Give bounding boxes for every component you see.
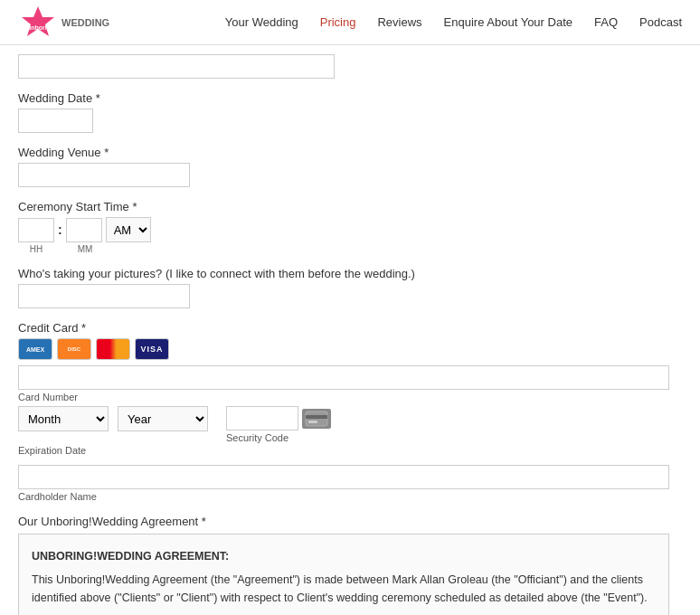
time-colon: :	[58, 222, 62, 237]
hh-label: HH	[18, 244, 54, 254]
expiration-date-label: Expiration Date	[18, 445, 682, 456]
wedding-date-input[interactable]	[18, 109, 93, 133]
wedding-venue-label: Wedding Venue *	[18, 146, 682, 159]
credit-card-label: Credit Card *	[18, 321, 682, 335]
logo[interactable]: unboring! WEDDING	[18, 3, 109, 43]
nav-enquire[interactable]: Enquire About Your Date	[444, 15, 572, 29]
wedding-venue-input[interactable]	[18, 163, 190, 187]
nav-your-wedding[interactable]: Your Wedding	[225, 15, 298, 29]
svg-rect-3	[306, 415, 327, 419]
agreement-text-1: This Unboring!Wedding Agreement (the "Ag…	[32, 571, 656, 607]
agreement-title: Our Unboring!Wedding Agreement *	[18, 515, 682, 528]
svg-marker-0	[22, 6, 54, 36]
card-number-label: Card Number	[18, 392, 682, 402]
nav-pricing[interactable]: Pricing	[320, 15, 356, 29]
photographer-group: Who's taking your pictures? (I like to c…	[18, 267, 682, 308]
amex-icon: AMEX	[18, 338, 52, 360]
cc-icons: AMEX DISC VISA	[18, 338, 682, 360]
agreement-box[interactable]: UNBORING!WEDDING AGREEMENT: This Unborin…	[18, 534, 669, 615]
year-col: Year 202420252026 202720282029 2030	[118, 406, 208, 431]
ampm-select[interactable]: AM PM	[106, 217, 151, 242]
logo-text: WEDDING	[61, 17, 109, 28]
security-code-label: Security Code	[226, 432, 331, 443]
ceremony-time-group: Ceremony Start Time * : AM PM HH MM	[18, 200, 682, 254]
nav-podcast[interactable]: Podcast	[639, 15, 682, 29]
agreement-box-title: UNBORING!WEDDING AGREEMENT:	[32, 547, 656, 565]
photographer-input[interactable]	[18, 284, 190, 308]
cardholder-name-label: Cardholder Name	[18, 491, 682, 502]
security-code-input[interactable]	[226, 406, 298, 430]
time-row: : AM PM	[18, 217, 682, 242]
visa-icon: VISA	[135, 338, 169, 360]
navbar: unboring! WEDDING Your Wedding Pricing R…	[0, 0, 700, 45]
logo-icon: unboring!	[18, 3, 58, 43]
name-input[interactable]	[18, 54, 335, 79]
mastercard-icon	[96, 338, 130, 360]
agreement-group: Our Unboring!Wedding Agreement * UNBORIN…	[18, 515, 682, 615]
year-select[interactable]: Year 202420252026 202720282029 2030	[118, 406, 208, 431]
credit-card-group: Credit Card * AMEX DISC VISA Card Number…	[18, 321, 682, 502]
ceremony-start-label: Ceremony Start Time *	[18, 200, 682, 213]
discover-icon: DISC	[57, 338, 91, 360]
card-number-input[interactable]	[18, 365, 669, 390]
wedding-date-label: Wedding Date *	[18, 91, 682, 105]
security-col: Security Code	[226, 406, 331, 443]
name-group	[18, 54, 682, 79]
wedding-date-group: Wedding Date *	[18, 91, 682, 133]
svg-rect-4	[308, 421, 317, 423]
form-container: Wedding Date * Wedding Venue * Ceremony …	[0, 45, 700, 615]
photographer-label: Who's taking your pictures? (I like to c…	[18, 267, 682, 280]
wedding-venue-group: Wedding Venue *	[18, 146, 682, 187]
month-select[interactable]: Month 010203 040506 070809 101112	[18, 406, 109, 431]
svg-text:unboring!: unboring!	[27, 24, 57, 32]
nav-reviews[interactable]: Reviews	[377, 15, 421, 29]
nav-faq[interactable]: FAQ	[594, 15, 618, 29]
security-input-row	[226, 406, 331, 430]
security-card-icon	[302, 409, 331, 429]
cardholder-name-input[interactable]	[18, 465, 669, 489]
time-mm-input[interactable]	[66, 218, 102, 242]
time-hh-input[interactable]	[18, 218, 54, 242]
expiry-security-row: Month 010203 040506 070809 101112 Year 2…	[18, 406, 682, 443]
month-col: Month 010203 040506 070809 101112	[18, 406, 109, 431]
mm-label: MM	[67, 244, 103, 254]
nav-links: Your Wedding Pricing Reviews Enquire Abo…	[225, 15, 682, 29]
